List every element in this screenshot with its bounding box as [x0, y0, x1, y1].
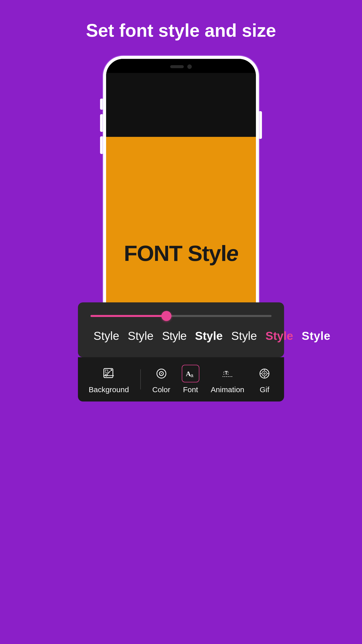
toolbar-item-color[interactable]: Color	[152, 365, 170, 394]
bottom-background	[0, 401, 362, 644]
animation-icon: :T:	[219, 365, 236, 382]
font-label: Font	[183, 385, 198, 394]
color-icon	[153, 365, 170, 382]
svg-text::T:: :T:	[223, 370, 229, 376]
page-title: Set font style and size	[86, 20, 276, 41]
style-panel: Style Style Style Style Style Style Styl…	[78, 302, 284, 357]
style-option-3[interactable]: Style	[159, 327, 190, 345]
svg-point-15	[264, 373, 265, 374]
notch	[158, 62, 204, 71]
style-option-5[interactable]: Style	[228, 327, 260, 345]
notch-pill	[170, 65, 184, 68]
svg-line-2	[107, 371, 110, 374]
power-button	[258, 111, 262, 139]
svg-point-14	[262, 371, 267, 376]
phone-side-buttons-right	[258, 111, 262, 139]
animation-label: Animation	[211, 385, 244, 394]
bottom-toolbar: Background Color A a Font	[78, 357, 284, 401]
bottom-panel-wrapper: Style Style Style Style Style Style Styl…	[78, 323, 284, 401]
toolbar-item-animation[interactable]: :T: Animation	[211, 365, 244, 394]
font-text-main: FONT Styl	[124, 241, 226, 266]
toolbar-item-background[interactable]: Background	[89, 365, 129, 394]
toolbar-item-gif[interactable]: Gif	[256, 365, 273, 394]
style-options-row: Style Style Style Style Style Style Styl…	[90, 327, 272, 345]
svg-text:a: a	[191, 373, 194, 378]
font-style-display: FONT Style	[124, 240, 238, 266]
color-label: Color	[152, 385, 170, 394]
font-icon: A a	[182, 365, 199, 382]
style-option-7[interactable]: Style	[299, 327, 334, 345]
style-option-1[interactable]: Style	[90, 327, 122, 345]
slider-thumb[interactable]	[161, 311, 171, 321]
slider-track[interactable]	[90, 315, 272, 317]
slider-container[interactable]	[90, 312, 272, 327]
notch-camera	[187, 64, 192, 69]
phone-status-bar	[106, 59, 256, 73]
font-text-italic: e	[226, 241, 238, 266]
toolbar-item-font[interactable]: A a Font	[182, 365, 199, 394]
svg-point-5	[111, 369, 112, 371]
style-option-2[interactable]: Style	[125, 327, 156, 345]
slider-fill	[90, 315, 166, 317]
gif-icon	[256, 365, 273, 382]
background-icon	[100, 365, 118, 382]
svg-point-8	[161, 373, 162, 374]
background-label: Background	[89, 385, 129, 394]
style-option-6[interactable]: Style	[262, 327, 296, 345]
toolbar-divider-1	[140, 369, 141, 389]
svg-text:A: A	[186, 370, 191, 378]
svg-rect-1	[105, 370, 108, 373]
gif-label: Gif	[260, 385, 269, 394]
style-option-4[interactable]: Style	[192, 327, 226, 345]
